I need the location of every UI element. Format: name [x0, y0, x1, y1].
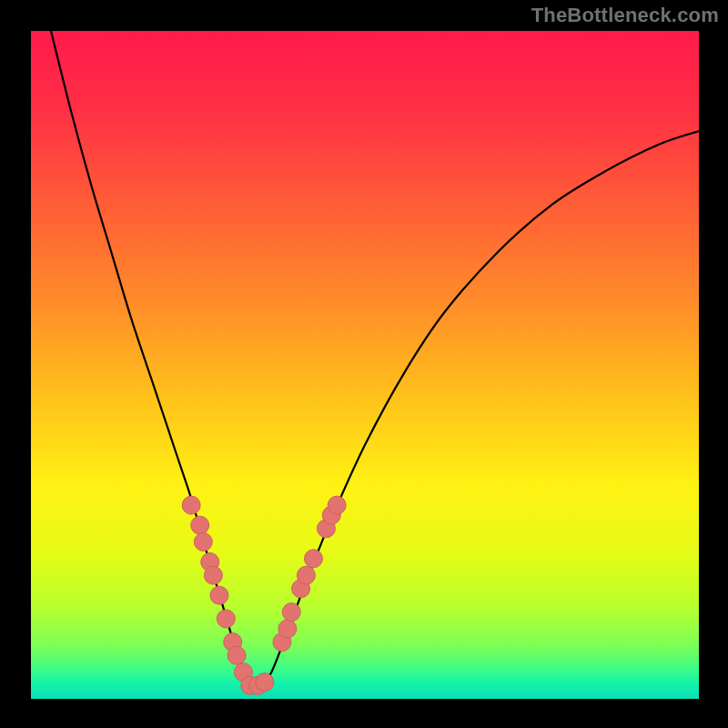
plot-area	[31, 31, 699, 699]
bottleneck-curve	[51, 31, 699, 687]
data-marker	[304, 550, 322, 568]
data-marker	[256, 673, 274, 692]
data-marker	[194, 533, 212, 551]
data-markers	[182, 496, 346, 694]
chart-container: TheBottleneck.com	[0, 0, 728, 728]
data-marker	[328, 496, 346, 514]
data-marker	[204, 566, 222, 584]
data-marker	[210, 586, 228, 604]
data-marker	[191, 516, 209, 534]
attribution-text: TheBottleneck.com	[531, 4, 719, 27]
curve-layer	[31, 31, 699, 699]
data-marker	[217, 610, 235, 628]
data-marker	[278, 620, 297, 638]
data-marker	[182, 496, 200, 514]
data-marker	[228, 646, 246, 664]
data-marker	[282, 603, 300, 622]
data-marker	[297, 566, 315, 584]
